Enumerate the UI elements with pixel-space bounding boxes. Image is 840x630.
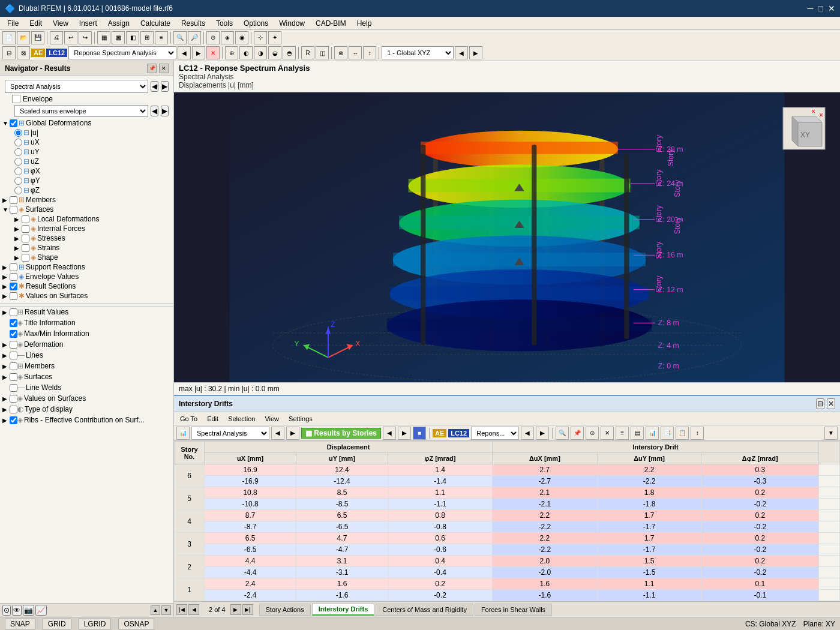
tb-undo[interactable]: ↩: [64, 31, 77, 44]
tb-btn1[interactable]: ▦: [97, 31, 110, 44]
drifts-tb-icon[interactable]: 📊: [176, 427, 190, 440]
drifts-prev-btn[interactable]: ◀: [188, 604, 199, 615]
tb-axes[interactable]: ⊗: [334, 46, 347, 59]
tb-misc1[interactable]: ⊹: [254, 31, 267, 44]
rv-expand[interactable]: ▶: [2, 309, 10, 316]
drifts-tb-b4[interactable]: ✕: [601, 427, 614, 440]
tb-row2-btn2[interactable]: ⊠: [17, 46, 30, 59]
title-controls[interactable]: ─ □ ✕: [808, 4, 835, 13]
local-def-expand[interactable]: ▶: [14, 216, 22, 223]
tb-redo[interactable]: ↪: [79, 31, 92, 44]
ribs-item[interactable]: ▶ ◈ Ribs - Effective Contribution on Sur…: [0, 415, 173, 425]
drifts-scroll-btn[interactable]: ▼: [824, 427, 838, 440]
drifts-spectral-next[interactable]: ▶: [286, 427, 299, 440]
members-expand-icon[interactable]: ▶: [2, 197, 10, 203]
nav-close-btn[interactable]: ✕: [159, 64, 169, 73]
drifts-tb-b9[interactable]: 📋: [676, 427, 689, 440]
tb-prev-lc[interactable]: ◀: [178, 46, 191, 59]
menu-view[interactable]: View: [48, 18, 73, 29]
drifts-tb-b10[interactable]: ↕: [691, 427, 704, 440]
tb-save[interactable]: 💾: [31, 31, 44, 44]
result-values-item[interactable]: ▶ ⊞ Result Values: [0, 307, 173, 317]
drifts-edit[interactable]: Edit: [203, 414, 222, 424]
menu-results[interactable]: Results: [176, 18, 210, 29]
values-on-surf-bottom-item[interactable]: ▶ ◈ Values on Surfaces: [0, 393, 173, 404]
status-grid[interactable]: GRID: [43, 619, 71, 629]
lines-expand[interactable]: ▶: [2, 352, 10, 359]
drifts-last-btn[interactable]: ▶|: [242, 604, 253, 615]
sb-checkbox[interactable]: [10, 373, 17, 381]
drifts-blue-sq[interactable]: ■: [413, 427, 426, 440]
nav-eye-btn[interactable]: 👁: [12, 605, 22, 616]
line-welds-item[interactable]: — Line Welds: [0, 382, 173, 393]
navigator-controls[interactable]: 📌 ✕: [147, 64, 169, 73]
drifts-close-btn[interactable]: ✕: [827, 398, 835, 409]
drifts-rep-prev[interactable]: ◀: [521, 427, 534, 440]
tb-open[interactable]: 📂: [17, 31, 30, 44]
tb-render1[interactable]: ◐: [239, 46, 253, 59]
values-on-surfaces-item[interactable]: ▶ ✱ Values on Surfaces: [0, 291, 173, 301]
tb-axe2[interactable]: ↔: [349, 46, 362, 59]
drifts-first-btn[interactable]: |◀: [176, 604, 187, 615]
stresses-checkbox[interactable]: [22, 235, 29, 242]
mb-expand[interactable]: ▶: [2, 363, 10, 370]
mm-checkbox[interactable]: [10, 330, 17, 338]
tb-coord-prev[interactable]: ◀: [455, 46, 468, 59]
disp-uz-radio[interactable]: [14, 158, 22, 166]
global-deformations-item[interactable]: ▼ ⊞ Global Deformations: [0, 118, 173, 128]
drifts-tb-b8[interactable]: 📑: [661, 427, 674, 440]
td-expand[interactable]: ▶: [2, 406, 10, 413]
def-expand[interactable]: ▶: [2, 341, 10, 348]
disp-uz-item[interactable]: ⊟ uZ: [0, 157, 173, 166]
tb-row2-btn1[interactable]: ⊟: [2, 46, 16, 59]
support-reactions-item[interactable]: ▶ ⊞ Support Reactions: [0, 262, 173, 272]
tb-view3[interactable]: ◉: [235, 31, 248, 44]
surfaces-bottom-item[interactable]: ▶ ◈ Surfaces: [0, 371, 173, 382]
tb-btn4[interactable]: ⊞: [140, 31, 154, 44]
support-reactions-expand[interactable]: ▶: [2, 264, 10, 271]
tb-view1[interactable]: ⊙: [206, 31, 220, 44]
drifts-nav-next-btns[interactable]: ▶ ▶|: [230, 604, 253, 615]
type-of-display-item[interactable]: ▶ ◐ Type of display: [0, 404, 173, 415]
drifts-restore-btn[interactable]: ⊟: [816, 398, 824, 409]
local-def-checkbox[interactable]: [22, 215, 29, 223]
shape-item[interactable]: ▶ ◈ Shape: [0, 253, 173, 262]
deformation-item[interactable]: ▶ ◈ Deformation: [0, 339, 173, 350]
drifts-tb-b6[interactable]: ▤: [631, 427, 644, 440]
tb-snap[interactable]: ⊕: [225, 46, 238, 59]
envelope-item[interactable]: Envelope: [0, 94, 173, 104]
menu-insert[interactable]: Insert: [74, 18, 102, 29]
members-item[interactable]: ▶ ⊞ Members: [0, 195, 173, 205]
result-sections-checkbox[interactable]: [10, 283, 17, 290]
maxmin-info-item[interactable]: ◈ Max/Min Information: [0, 328, 173, 339]
minimize-button[interactable]: ─: [808, 4, 814, 13]
status-lgrid[interactable]: LGRID: [79, 619, 112, 629]
disp-py-radio[interactable]: [14, 177, 22, 185]
drifts-goto[interactable]: Go To: [176, 414, 201, 424]
nav-chart-btn[interactable]: 📈: [35, 605, 47, 616]
disp-uy-radio[interactable]: [14, 148, 22, 156]
lw-checkbox[interactable]: [10, 384, 17, 392]
tb-axe3[interactable]: ↕: [363, 46, 376, 59]
drifts-next-btn[interactable]: ▶: [230, 604, 241, 615]
menu-tools[interactable]: Tools: [211, 18, 238, 29]
scaled-next[interactable]: ▶: [161, 106, 169, 116]
disp-ux-radio[interactable]: [14, 139, 22, 146]
drifts-tb-b3[interactable]: ⊙: [586, 427, 599, 440]
surfaces-checkbox[interactable]: [10, 206, 17, 214]
drifts-selection[interactable]: Selection: [224, 414, 259, 424]
values-checkbox[interactable]: [10, 292, 17, 300]
drifts-spectral-prev[interactable]: ◀: [271, 427, 284, 440]
drifts-tb-b1[interactable]: 🔍: [556, 427, 569, 440]
drifts-table-container[interactable]: StoryNo. Displacement Interstory Drift u…: [174, 441, 840, 601]
tb-render4[interactable]: ◓: [283, 46, 296, 59]
disp-pz-item[interactable]: ⊟ φZ: [0, 185, 173, 195]
tab-centers[interactable]: Centers of Mass and Rigidity: [376, 604, 473, 616]
mb-checkbox[interactable]: [10, 362, 17, 370]
menu-file[interactable]: File: [2, 18, 23, 29]
strains-item[interactable]: ▶ ◈ Strains: [0, 243, 173, 253]
envelope-values-checkbox[interactable]: [10, 273, 17, 281]
tb-coord-next[interactable]: ▶: [469, 46, 482, 59]
tb-btn3[interactable]: ◧: [126, 31, 139, 44]
ri-expand[interactable]: ▶: [2, 417, 10, 424]
